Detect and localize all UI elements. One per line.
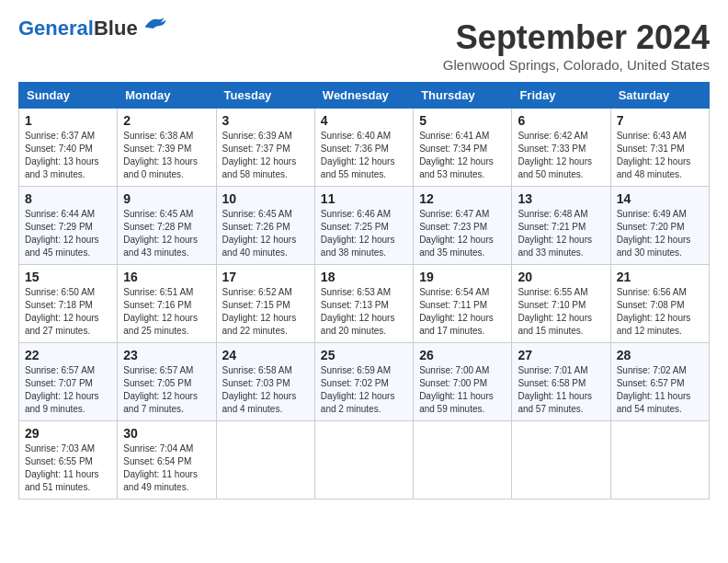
day-number: 11 xyxy=(321,191,407,206)
day-info: Sunrise: 7:03 AM Sunset: 6:55 PM Dayligh… xyxy=(25,443,99,492)
day-number: 6 xyxy=(518,113,604,128)
day-info: Sunrise: 6:37 AM Sunset: 7:40 PM Dayligh… xyxy=(25,131,99,179)
day-info: Sunrise: 6:53 AM Sunset: 7:13 PM Dayligh… xyxy=(321,287,395,336)
page-header: GeneralBlue September 2024 Glenwood Spri… xyxy=(18,18,710,73)
table-row xyxy=(216,421,314,500)
day-info: Sunrise: 6:38 AM Sunset: 7:39 PM Dayligh… xyxy=(123,131,198,179)
table-row: 12 Sunrise: 6:47 AM Sunset: 7:23 PM Dayl… xyxy=(414,187,512,265)
table-row: 22 Sunrise: 6:57 AM Sunset: 7:07 PM Dayl… xyxy=(19,343,118,421)
logo-text: GeneralBlue xyxy=(18,18,138,39)
logo-bird-icon xyxy=(142,14,167,34)
table-row xyxy=(314,421,413,500)
header-friday: Friday xyxy=(512,83,610,109)
day-number: 15 xyxy=(25,270,111,284)
table-row: 27 Sunrise: 7:01 AM Sunset: 6:58 PM Dayl… xyxy=(512,343,610,421)
table-row: 26 Sunrise: 7:00 AM Sunset: 7:00 PM Dayl… xyxy=(414,343,512,421)
table-row: 30 Sunrise: 7:04 AM Sunset: 6:54 PM Dayl… xyxy=(118,421,216,500)
day-info: Sunrise: 6:48 AM Sunset: 7:21 PM Dayligh… xyxy=(518,209,592,258)
table-row: 28 Sunrise: 7:02 AM Sunset: 6:57 PM Dayl… xyxy=(610,343,709,421)
day-number: 29 xyxy=(25,426,111,441)
table-row: 1 Sunrise: 6:37 AM Sunset: 7:40 PM Dayli… xyxy=(19,109,118,187)
day-number: 24 xyxy=(222,348,309,362)
day-number: 5 xyxy=(419,113,506,128)
table-row: 14 Sunrise: 6:49 AM Sunset: 7:20 PM Dayl… xyxy=(610,187,709,265)
day-info: Sunrise: 6:51 AM Sunset: 7:16 PM Dayligh… xyxy=(123,287,198,336)
day-number: 2 xyxy=(123,113,210,128)
day-info: Sunrise: 6:52 AM Sunset: 7:15 PM Dayligh… xyxy=(222,287,297,336)
day-number: 13 xyxy=(518,191,604,206)
day-number: 12 xyxy=(419,191,506,206)
table-row: 19 Sunrise: 6:54 AM Sunset: 7:11 PM Dayl… xyxy=(414,265,512,343)
day-number: 19 xyxy=(419,270,506,284)
table-row: 29 Sunrise: 7:03 AM Sunset: 6:55 PM Dayl… xyxy=(19,421,118,500)
day-info: Sunrise: 7:02 AM Sunset: 6:57 PM Dayligh… xyxy=(617,365,691,414)
day-info: Sunrise: 6:57 AM Sunset: 7:07 PM Dayligh… xyxy=(25,365,99,414)
table-row xyxy=(610,421,709,500)
day-number: 14 xyxy=(617,191,703,206)
day-number: 21 xyxy=(617,270,703,284)
header-wednesday: Wednesday xyxy=(314,83,413,109)
day-number: 1 xyxy=(25,113,111,128)
day-info: Sunrise: 6:59 AM Sunset: 7:02 PM Dayligh… xyxy=(321,365,395,414)
day-number: 9 xyxy=(123,191,210,206)
day-info: Sunrise: 6:40 AM Sunset: 7:36 PM Dayligh… xyxy=(321,131,395,179)
day-info: Sunrise: 6:45 AM Sunset: 7:26 PM Dayligh… xyxy=(222,209,297,258)
day-info: Sunrise: 6:41 AM Sunset: 7:34 PM Dayligh… xyxy=(419,131,494,179)
header-sunday: Sunday xyxy=(19,83,118,109)
day-number: 27 xyxy=(518,348,604,362)
day-number: 8 xyxy=(25,191,111,206)
calendar-body: 1 Sunrise: 6:37 AM Sunset: 7:40 PM Dayli… xyxy=(19,109,710,500)
table-row: 24 Sunrise: 6:58 AM Sunset: 7:03 PM Dayl… xyxy=(216,343,314,421)
day-number: 20 xyxy=(518,270,604,284)
day-info: Sunrise: 6:46 AM Sunset: 7:25 PM Dayligh… xyxy=(321,209,395,258)
day-info: Sunrise: 6:58 AM Sunset: 7:03 PM Dayligh… xyxy=(222,365,297,414)
table-row: 16 Sunrise: 6:51 AM Sunset: 7:16 PM Dayl… xyxy=(118,265,216,343)
title-block: September 2024 Glenwood Springs, Colorad… xyxy=(443,18,710,73)
table-row: 3 Sunrise: 6:39 AM Sunset: 7:37 PM Dayli… xyxy=(216,109,314,187)
day-number: 4 xyxy=(321,113,407,128)
day-info: Sunrise: 6:44 AM Sunset: 7:29 PM Dayligh… xyxy=(25,209,99,258)
table-row: 8 Sunrise: 6:44 AM Sunset: 7:29 PM Dayli… xyxy=(19,187,118,265)
day-number: 25 xyxy=(321,348,407,362)
table-row: 23 Sunrise: 6:57 AM Sunset: 7:05 PM Dayl… xyxy=(118,343,216,421)
table-row: 2 Sunrise: 6:38 AM Sunset: 7:39 PM Dayli… xyxy=(118,109,216,187)
header-tuesday: Tuesday xyxy=(216,83,314,109)
table-row: 17 Sunrise: 6:52 AM Sunset: 7:15 PM Dayl… xyxy=(216,265,314,343)
day-number: 3 xyxy=(222,113,309,128)
header-thursday: Thursday xyxy=(414,83,512,109)
location: Glenwood Springs, Colorado, United State… xyxy=(443,57,710,73)
day-number: 7 xyxy=(617,113,703,128)
table-row: 20 Sunrise: 6:55 AM Sunset: 7:10 PM Dayl… xyxy=(512,265,610,343)
table-row: 25 Sunrise: 6:59 AM Sunset: 7:02 PM Dayl… xyxy=(314,343,413,421)
day-info: Sunrise: 6:49 AM Sunset: 7:20 PM Dayligh… xyxy=(617,209,691,258)
day-number: 26 xyxy=(419,348,506,362)
day-number: 22 xyxy=(25,348,111,362)
day-info: Sunrise: 6:54 AM Sunset: 7:11 PM Dayligh… xyxy=(419,287,494,336)
day-info: Sunrise: 7:04 AM Sunset: 6:54 PM Dayligh… xyxy=(123,443,198,492)
day-number: 16 xyxy=(123,270,210,284)
calendar-table: Sunday Monday Tuesday Wednesday Thursday… xyxy=(18,82,710,500)
day-number: 18 xyxy=(321,270,407,284)
day-info: Sunrise: 7:01 AM Sunset: 6:58 PM Dayligh… xyxy=(518,365,592,414)
day-info: Sunrise: 6:42 AM Sunset: 7:33 PM Dayligh… xyxy=(518,131,592,179)
day-info: Sunrise: 6:55 AM Sunset: 7:10 PM Dayligh… xyxy=(518,287,592,336)
day-number: 23 xyxy=(123,348,210,362)
day-info: Sunrise: 6:43 AM Sunset: 7:31 PM Dayligh… xyxy=(617,131,691,179)
day-number: 17 xyxy=(222,270,309,284)
day-info: Sunrise: 6:45 AM Sunset: 7:28 PM Dayligh… xyxy=(123,209,198,258)
table-row: 13 Sunrise: 6:48 AM Sunset: 7:21 PM Dayl… xyxy=(512,187,610,265)
header-saturday: Saturday xyxy=(610,83,709,109)
table-row: 11 Sunrise: 6:46 AM Sunset: 7:25 PM Dayl… xyxy=(314,187,413,265)
logo: GeneralBlue xyxy=(18,18,167,39)
day-number: 30 xyxy=(123,426,210,441)
day-number: 10 xyxy=(222,191,309,206)
day-info: Sunrise: 6:47 AM Sunset: 7:23 PM Dayligh… xyxy=(419,209,494,258)
day-info: Sunrise: 6:57 AM Sunset: 7:05 PM Dayligh… xyxy=(123,365,198,414)
day-info: Sunrise: 7:00 AM Sunset: 7:00 PM Dayligh… xyxy=(419,365,494,414)
table-row xyxy=(414,421,512,500)
calendar-header: Sunday Monday Tuesday Wednesday Thursday… xyxy=(19,83,710,109)
day-number: 28 xyxy=(617,348,703,362)
day-info: Sunrise: 6:50 AM Sunset: 7:18 PM Dayligh… xyxy=(25,287,99,336)
table-row: 21 Sunrise: 6:56 AM Sunset: 7:08 PM Dayl… xyxy=(610,265,709,343)
table-row: 7 Sunrise: 6:43 AM Sunset: 7:31 PM Dayli… xyxy=(610,109,709,187)
